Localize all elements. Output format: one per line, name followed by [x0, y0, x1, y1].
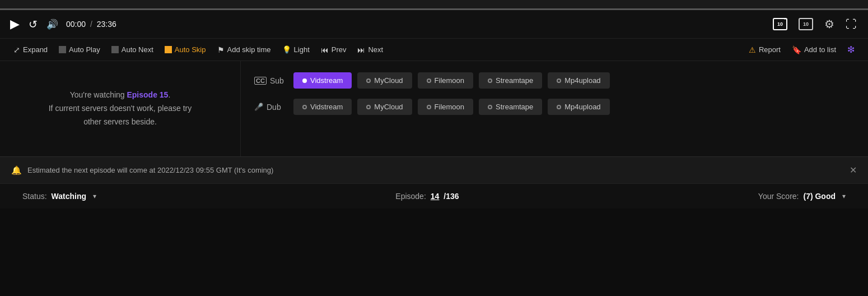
dub-mp4upload-label: Mp4upload: [564, 103, 600, 111]
status-bar: Status: Watching ▾ Episode: 14 /136 Your…: [0, 183, 868, 209]
time-separator: /: [90, 20, 92, 29]
play-icon: ▶: [10, 17, 20, 31]
progress-bar-container[interactable]: [0, 0, 868, 10]
notification-text: Estimated the next episode will come at …: [27, 166, 273, 174]
mic-icon: 🎤: [254, 103, 263, 111]
backward10-icon: 10: [799, 18, 813, 30]
sub-server-row: CC Sub Vidstream MyCloud Filemoon Stream…: [254, 72, 855, 89]
dub-label: 🎤 Dub: [254, 103, 288, 112]
autonext-label: Auto Next: [122, 45, 153, 54]
score-label: Your Score:: [758, 192, 799, 201]
autonext-checkbox: [111, 46, 119, 53]
prev-button[interactable]: ⏮ Prev: [316, 43, 351, 57]
dub-server-row: 🎤 Dub Vidstream MyCloud Filemoon Streamt…: [254, 99, 855, 115]
player-controls-row: ▶ ↺ 🔊 00:00 / 23:36 10 → 10 ⚙ ⛶: [0, 10, 868, 39]
dub-mycloud-button[interactable]: MyCloud: [357, 99, 412, 115]
autoskip-label: Auto Skip: [175, 45, 206, 54]
prev-icon: ⏮: [321, 45, 329, 54]
replay10-icon: ↺: [29, 18, 38, 31]
autoskip-button[interactable]: Auto Skip: [160, 43, 211, 56]
sub-mycloud-label: MyCloud: [374, 76, 403, 85]
dub-vidstream-button[interactable]: Vidstream: [293, 99, 352, 115]
next-button[interactable]: ⏭ Next: [353, 43, 388, 57]
server-dot-icon: [557, 105, 561, 109]
dub-streamtape-label: Streamtape: [496, 103, 533, 111]
flag-icon: ⚑: [217, 45, 225, 54]
light-label: Light: [294, 45, 310, 54]
sub-mp4upload-label: Mp4upload: [564, 76, 600, 85]
watching-text: You're watching: [70, 90, 125, 99]
episode-total: /136: [444, 192, 459, 201]
volume-button[interactable]: 🔊: [45, 17, 59, 31]
notification-close-button[interactable]: ✕: [850, 165, 857, 175]
cc-icon: CC: [254, 77, 267, 85]
episode-section: Episode: 14 /136: [395, 192, 459, 201]
status-section: Status: Watching ▾: [22, 192, 96, 201]
replay10-button[interactable]: ↺: [27, 17, 39, 32]
dub-filemoon-button[interactable]: Filemoon: [418, 99, 473, 115]
episode-number: Episode 15: [127, 90, 168, 99]
episode-label: Episode:: [395, 192, 426, 201]
play-button[interactable]: ▶: [9, 16, 21, 33]
autoplay-button[interactable]: Auto Play: [54, 43, 105, 56]
dub-mp4upload-button[interactable]: Mp4upload: [548, 99, 609, 115]
server-dot-icon: [366, 78, 371, 83]
backward10-button[interactable]: 10: [796, 17, 815, 31]
sub-mycloud-button[interactable]: MyCloud: [357, 72, 412, 89]
right-panel: CC Sub Vidstream MyCloud Filemoon Stream…: [241, 61, 868, 156]
add-to-list-button[interactable]: 🔖 Add to list: [787, 43, 841, 57]
status-dropdown-arrow[interactable]: ▾: [93, 192, 96, 200]
report-button[interactable]: ⚠ Report: [744, 43, 785, 57]
server-hint-text2: other servers beside.: [83, 117, 157, 126]
next-label: Next: [368, 45, 383, 54]
server-dot-icon: [488, 105, 492, 109]
bookmark-icon: 🔖: [792, 45, 801, 54]
autoplay-checkbox: [59, 46, 66, 53]
prev-label: Prev: [332, 45, 347, 54]
server-dot-icon: [427, 78, 431, 83]
status-label: Status:: [22, 192, 47, 201]
sub-vidstream-label: Vidstream: [310, 76, 343, 85]
add-skip-time-label: Add skip time: [227, 45, 271, 54]
sub-filemoon-label: Filemoon: [435, 76, 464, 85]
expand-button[interactable]: ⤢ Expand: [9, 43, 52, 57]
fullscreen-icon: ⛶: [846, 18, 857, 31]
main-content: You're watching Episode 15. If current s…: [0, 61, 868, 156]
score-dropdown-arrow[interactable]: ▾: [842, 192, 846, 200]
score-section: Your Score: (7) Good ▾: [758, 192, 846, 201]
server-dot-icon: [366, 105, 371, 109]
add-skip-time-button[interactable]: ⚑ Add skip time: [213, 43, 276, 57]
forward10-icon: 10 →: [773, 18, 787, 30]
expand-label: Expand: [23, 45, 48, 54]
server-dot-icon: [427, 105, 431, 109]
light-button[interactable]: 💡 Light: [278, 43, 314, 56]
server-dot-icon: [302, 78, 307, 83]
notification-bar: 🔔 Estimated the next episode will come a…: [0, 156, 868, 183]
status-value: Watching: [52, 192, 86, 201]
forward10-button[interactable]: 10 →: [771, 17, 790, 31]
dub-streamtape-button[interactable]: Streamtape: [479, 99, 542, 115]
autoskip-checkbox: [165, 46, 172, 53]
expand-icon: ⤢: [13, 45, 20, 54]
volume-icon: 🔊: [46, 18, 58, 30]
toolbar: ⤢ Expand Auto Play Auto Next Auto Skip ⚑…: [0, 39, 868, 61]
dub-mycloud-label: MyCloud: [374, 103, 403, 111]
period: .: [168, 90, 170, 99]
nodes-button[interactable]: ❇: [843, 42, 859, 57]
progress-bar[interactable]: [0, 8, 868, 10]
settings-button[interactable]: ⚙: [822, 16, 837, 32]
sub-filemoon-button[interactable]: Filemoon: [418, 72, 473, 89]
server-dot-icon: [488, 78, 492, 83]
fullscreen-button[interactable]: ⛶: [843, 17, 859, 32]
sub-streamtape-label: Streamtape: [496, 76, 533, 85]
time-current: 00:00: [66, 20, 86, 29]
episode-current: 14: [431, 192, 440, 201]
autonext-button[interactable]: Auto Next: [107, 43, 158, 56]
sub-streamtape-button[interactable]: Streamtape: [479, 72, 542, 89]
score-value: (7) Good: [803, 192, 836, 201]
left-panel: You're watching Episode 15. If current s…: [0, 61, 241, 156]
dub-filemoon-label: Filemoon: [435, 103, 464, 111]
sub-vidstream-button[interactable]: Vidstream: [293, 72, 352, 89]
light-icon: 💡: [282, 45, 291, 54]
sub-mp4upload-button[interactable]: Mp4upload: [548, 72, 609, 89]
